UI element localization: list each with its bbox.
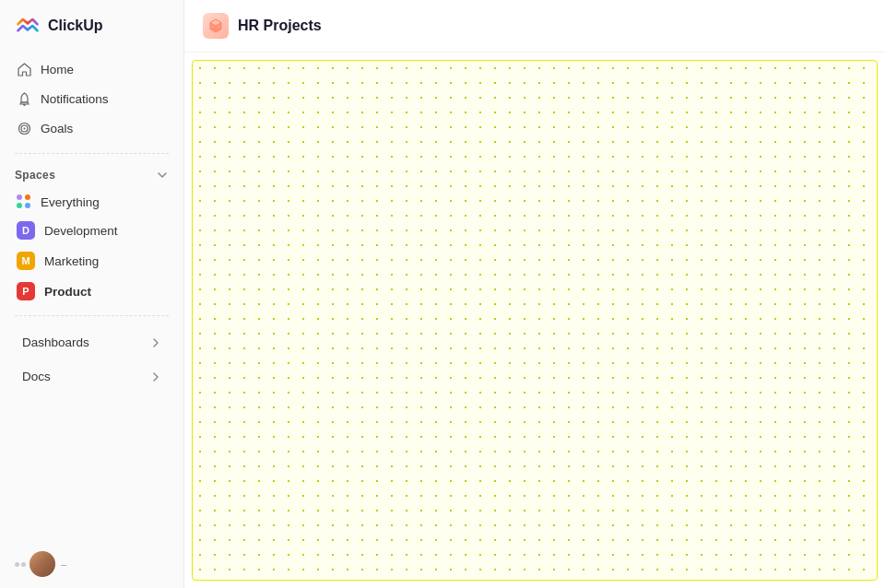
main-content: HR Projects xyxy=(184,0,885,588)
home-icon xyxy=(17,62,31,76)
space-development-label: Development xyxy=(44,224,118,238)
sidebar-item-docs[interactable]: Docs xyxy=(7,361,176,392)
main-header: HR Projects xyxy=(184,0,885,53)
svg-point-0 xyxy=(23,92,25,94)
avatar[interactable] xyxy=(30,551,55,577)
sidebar-section-docs: Docs xyxy=(0,361,183,392)
avatar-dot-1 xyxy=(15,562,19,567)
docs-left: Docs xyxy=(22,370,51,383)
hr-project-icon xyxy=(203,13,229,39)
space-marketing-label: Marketing xyxy=(44,254,99,268)
main-canvas xyxy=(192,60,878,581)
sidebar-item-home[interactable]: Home xyxy=(7,55,176,83)
sidebar-item-notifications[interactable]: Notifications xyxy=(7,85,176,112)
logo-text: ClickUp xyxy=(48,18,103,34)
development-badge: D xyxy=(17,221,35,240)
sidebar-item-home-label: Home xyxy=(41,63,74,76)
divider-1 xyxy=(15,153,169,154)
sidebar-item-everything[interactable]: Everything xyxy=(7,189,176,215)
spaces-label: Spaces xyxy=(15,169,55,182)
sidebar: ClickUp Home Notifications xyxy=(0,0,184,588)
docs-label: Docs xyxy=(22,370,51,383)
clickup-logo-icon xyxy=(15,13,41,39)
grid-dots-icon xyxy=(17,194,31,209)
logo[interactable]: ClickUp xyxy=(0,0,183,52)
sidebar-bottom: – xyxy=(0,540,183,588)
avatar-container[interactable]: – xyxy=(15,551,66,577)
bell-icon xyxy=(17,91,31,106)
spaces-list: Everything D Development M Marketing P P… xyxy=(0,187,183,308)
sidebar-item-goals[interactable]: Goals xyxy=(7,114,176,142)
chevron-right-icon xyxy=(150,337,161,348)
divider-2 xyxy=(15,315,169,316)
avatar-image xyxy=(30,551,55,577)
sidebar-item-marketing[interactable]: M Marketing xyxy=(7,246,176,276)
dashboards-left: Dashboards xyxy=(22,335,89,349)
space-product-label: Product xyxy=(44,285,91,299)
sidebar-nav: Home Notifications xyxy=(0,52,183,146)
svg-point-3 xyxy=(23,127,25,129)
sidebar-section-dashboards: Dashboards xyxy=(0,327,183,358)
avatar-dots xyxy=(15,562,26,567)
spaces-header[interactable]: Spaces xyxy=(0,161,183,187)
sidebar-item-development[interactable]: D Development xyxy=(7,216,176,245)
sidebar-item-product[interactable]: P Product xyxy=(7,276,176,306)
space-everything-label: Everything xyxy=(41,195,100,209)
chevron-down-icon xyxy=(156,169,169,182)
avatar-dot-2 xyxy=(21,562,26,567)
target-icon xyxy=(17,121,31,135)
cube-icon xyxy=(207,18,224,34)
sidebar-item-dashboards[interactable]: Dashboards xyxy=(7,327,176,358)
sidebar-item-notifications-label: Notifications xyxy=(41,92,109,106)
avatar-menu-indicator: – xyxy=(61,559,66,570)
page-title: HR Projects xyxy=(238,18,322,34)
dashboards-label: Dashboards xyxy=(22,335,89,349)
product-badge: P xyxy=(17,282,35,300)
marketing-badge: M xyxy=(17,252,35,270)
chevron-right-docs-icon xyxy=(150,371,161,382)
sidebar-item-goals-label: Goals xyxy=(41,122,73,135)
